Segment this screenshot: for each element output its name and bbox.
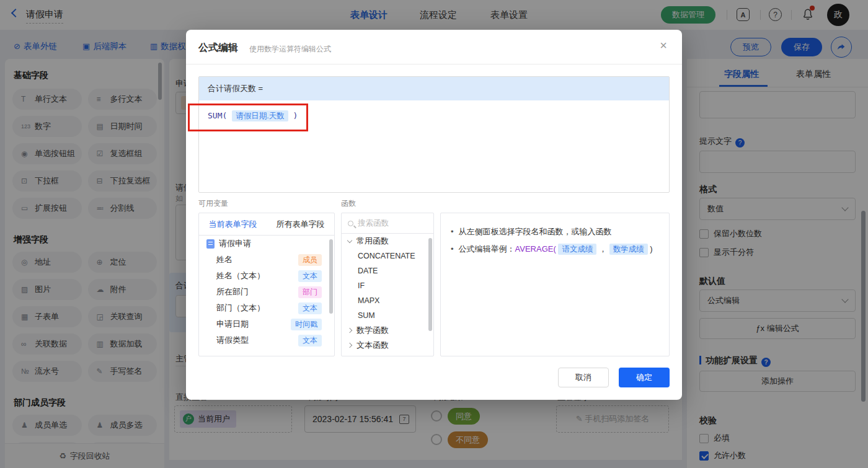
- tree-root-label: 请假申请: [219, 238, 327, 249]
- type-badge-text: 文本: [298, 270, 322, 282]
- variables-tabs: 当前表单字段 所有表单字段: [199, 213, 334, 236]
- tip-text: 公式编辑举例：: [459, 244, 515, 254]
- function-item-date[interactable]: DATE: [342, 263, 433, 278]
- variable-row[interactable]: 请假类型 文本: [199, 332, 334, 348]
- help-tip-1: •从左侧面板选择字段名和函数，或输入函数: [451, 223, 659, 241]
- tab-current-form-fields[interactable]: 当前表单字段: [199, 213, 267, 235]
- example-function: AVERAGE(: [515, 244, 556, 254]
- cancel-button[interactable]: 取消: [558, 368, 609, 387]
- divider: [186, 64, 682, 64]
- bullet: •: [451, 227, 454, 236]
- variable-name: 姓名（文本）: [216, 270, 298, 281]
- variable-row[interactable]: 姓名 成员: [199, 252, 334, 268]
- type-badge-timestamp: 时间戳: [291, 319, 322, 330]
- tab-all-form-fields[interactable]: 所有表单字段: [267, 213, 334, 235]
- dialog-subtitle: 使用数学运算符编辑公式: [249, 44, 331, 55]
- formula-editor: 合计请假天数 = SUM( 请假日期.天数 ): [198, 76, 670, 193]
- variables-label: 可用变量: [198, 198, 228, 209]
- example-chip: 数学成绩: [609, 244, 648, 255]
- type-badge-member: 成员: [298, 254, 322, 266]
- function-item-mapx[interactable]: MAPX: [342, 293, 433, 308]
- example-chip: 语文成绩: [558, 244, 596, 255]
- functions-scrollbar[interactable]: [428, 238, 432, 331]
- bullet: •: [451, 244, 454, 254]
- variable-name: 请假类型: [216, 335, 298, 346]
- group-label: 常用函数: [356, 236, 389, 247]
- tip-text: 从左侧面板选择字段名和函数，或输入函数: [459, 227, 612, 236]
- variable-row[interactable]: 所在部门 部门: [199, 284, 334, 300]
- type-badge-text: 文本: [298, 302, 322, 314]
- variable-name: 所在部门: [216, 286, 298, 298]
- caret-right-icon: [347, 328, 352, 333]
- formula-edit-dialog: 公式编辑 使用数学运算符编辑公式 × 合计请假天数 = SUM( 请假日期.天数…: [186, 30, 682, 400]
- variables-scrollbar[interactable]: [329, 239, 333, 314]
- variable-name: 部门（文本）: [216, 302, 298, 314]
- help-panel: •从左侧面板选择字段名和函数，或输入函数 •公式编辑举例：AVERAGE( 语文…: [440, 213, 670, 356]
- function-group-text[interactable]: 文本函数: [342, 338, 433, 353]
- group-label: 文本函数: [356, 340, 389, 351]
- caret-right-icon: [347, 343, 352, 348]
- caret-down-icon: [347, 237, 352, 242]
- variable-row[interactable]: 姓名（文本） 文本: [199, 268, 334, 284]
- function-item-concatenate[interactable]: CONCATENATE: [342, 249, 433, 263]
- red-annotation-box: [188, 104, 308, 131]
- group-label: 数学函数: [356, 325, 389, 336]
- type-badge-dept: 部门: [298, 286, 322, 298]
- help-tip-2: •公式编辑举例：AVERAGE( 语文成绩 ， 数学成绩 ): [451, 241, 659, 258]
- variable-name: 申请日期: [216, 319, 291, 330]
- function-item-if[interactable]: IF: [342, 278, 433, 293]
- type-badge-text: 文本: [298, 335, 322, 347]
- close-paren: ): [650, 244, 652, 254]
- functions-label: 函数: [341, 198, 356, 209]
- tree-root-row[interactable]: 请假申请: [199, 236, 334, 252]
- form-doc-icon: [206, 239, 215, 249]
- function-group-common[interactable]: 常用函数: [342, 234, 433, 249]
- variable-row[interactable]: 部门（文本） 文本: [199, 300, 334, 316]
- variable-row[interactable]: 申请日期 时间戳: [199, 316, 334, 332]
- function-group-math[interactable]: 数学函数: [342, 323, 433, 338]
- function-item-sum[interactable]: SUM: [342, 308, 433, 323]
- close-icon[interactable]: ×: [660, 38, 667, 53]
- functions-panel: 常用函数 CONCATENATE DATE IF MAPX SUM 数学函数 文…: [341, 213, 434, 356]
- function-search[interactable]: [342, 213, 433, 234]
- variables-panel: 当前表单字段 所有表单字段 请假申请 姓名 成员 姓名（文本） 文本 所在部门 …: [198, 213, 335, 356]
- formula-target: 合计请假天数 =: [199, 77, 669, 100]
- confirm-button[interactable]: 确定: [619, 368, 670, 387]
- search-icon: [348, 221, 353, 226]
- function-search-input[interactable]: [358, 219, 420, 227]
- variable-name: 姓名: [216, 254, 298, 265]
- dialog-title: 公式编辑: [198, 42, 238, 55]
- comma: ，: [599, 244, 607, 254]
